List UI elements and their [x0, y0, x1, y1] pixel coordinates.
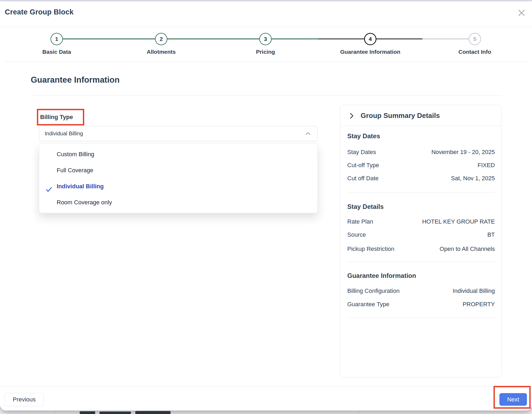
summary-row: Cut off Date Sat, Nov 1, 2025 [347, 174, 495, 183]
step-number: 5 [473, 36, 476, 42]
stepper-connector [422, 39, 469, 39]
billing-type-selected-value: Individual Billing [45, 126, 83, 141]
modal-title: Create Group Block [5, 8, 74, 16]
row-label: Cut off Date [347, 174, 379, 183]
menu-item-label: Individual Billing [57, 183, 104, 190]
create-group-block-screen: Create Group Block 1 2 3 4 5 Basic Data … [0, 0, 532, 414]
row-value: Individual Billing [453, 287, 495, 295]
step-number: 4 [369, 36, 372, 42]
row-value: FIXED [477, 161, 495, 170]
step-circle-allotments[interactable]: 2 [155, 33, 167, 45]
billing-type-dropdown-menu: Custom Billing Full Coverage Individual … [39, 144, 318, 213]
section-divider [31, 95, 502, 96]
stepper-connector [376, 39, 422, 39]
summary-row: Pickup Restriction Open to All Channels [347, 245, 495, 253]
row-value: November 19 - 20, 2025 [431, 148, 495, 156]
step-label-contact-info: Contact Info [458, 49, 491, 55]
summary-section-divider [347, 262, 495, 262]
row-label: Guarantee Type [347, 300, 389, 309]
next-button[interactable]: Next [499, 393, 527, 406]
step-label-allotments: Allotments [147, 49, 176, 55]
panel-header-divider [340, 126, 501, 126]
step-label-guarantee-information: Guarantee Information [340, 49, 400, 55]
menu-item-label: Room Coverage only [57, 199, 112, 206]
menu-item-label: Full Coverage [57, 167, 93, 174]
row-value: PROPERTY [462, 300, 495, 309]
billing-type-label: Billing Type [40, 109, 84, 125]
page-title: Guarantee Information [31, 75, 119, 85]
row-label: Cut-off Type [347, 161, 379, 170]
row-label: Source [347, 231, 366, 239]
summary-section-divider [347, 318, 495, 318]
close-icon [517, 8, 526, 18]
group-summary-details-panel: Group Summary Details Stay Dates Stay Da… [340, 105, 502, 378]
menu-item-full-coverage[interactable]: Full Coverage [39, 162, 317, 178]
summary-row: Rate Plan HOTEL KEY GROUP RATE [347, 217, 495, 226]
previous-button[interactable]: Previous [5, 393, 44, 406]
stepper-connector [318, 39, 364, 39]
summary-section-divider [347, 192, 495, 193]
menu-item-individual-billing[interactable]: Individual Billing [39, 178, 317, 194]
stepper-connector [272, 39, 318, 39]
row-value: HOTEL KEY GROUP RATE [422, 217, 495, 226]
stepper-connector [63, 39, 155, 39]
summary-section-heading: Guarantee Information [347, 272, 416, 279]
summary-row: Billing Configuration Individual Billing [347, 287, 495, 295]
menu-item-label: Custom Billing [57, 151, 94, 158]
row-value: BT [487, 231, 495, 239]
row-label: Pickup Restriction [347, 245, 394, 253]
step-number: 3 [264, 36, 267, 42]
step-circle-contact-info[interactable]: 5 [469, 33, 481, 45]
summary-section-heading: Stay Details [347, 203, 384, 210]
collapse-chevron-right-icon[interactable] [348, 112, 355, 121]
footer-divider [0, 386, 532, 387]
summary-row: Cut-off Type FIXED [347, 161, 495, 170]
row-label: Rate Plan [347, 217, 373, 226]
step-circle-basic-data[interactable]: 1 [51, 33, 63, 45]
step-number: 1 [55, 36, 58, 42]
chevron-up-icon [304, 130, 311, 138]
close-button[interactable] [515, 6, 528, 20]
menu-item-custom-billing[interactable]: Custom Billing [39, 146, 317, 162]
row-label: Stay Dates [347, 148, 376, 156]
row-value: Open to All Channels [440, 245, 495, 253]
summary-section-heading: Stay Dates [347, 132, 380, 140]
billing-type-select[interactable]: Individual Billing [39, 126, 318, 141]
step-circle-guarantee-information[interactable]: 4 [364, 33, 376, 45]
step-number: 2 [160, 36, 163, 42]
row-label: Billing Configuration [347, 287, 400, 295]
header-divider [0, 27, 532, 27]
step-label-pricing: Pricing [256, 49, 275, 55]
summary-row: Guarantee Type PROPERTY [347, 300, 495, 309]
step-label-basic-data: Basic Data [42, 49, 71, 55]
summary-row: Source BT [347, 231, 495, 239]
summary-row: Stay Dates November 19 - 20, 2025 [347, 148, 495, 156]
menu-item-room-coverage-only[interactable]: Room Coverage only [39, 194, 317, 210]
step-circle-pricing[interactable]: 3 [259, 33, 272, 45]
stepper-connector [167, 39, 259, 39]
stepper-divider [5, 62, 527, 62]
row-value: Sat, Nov 1, 2025 [451, 174, 495, 183]
panel-title: Group Summary Details [361, 112, 440, 120]
